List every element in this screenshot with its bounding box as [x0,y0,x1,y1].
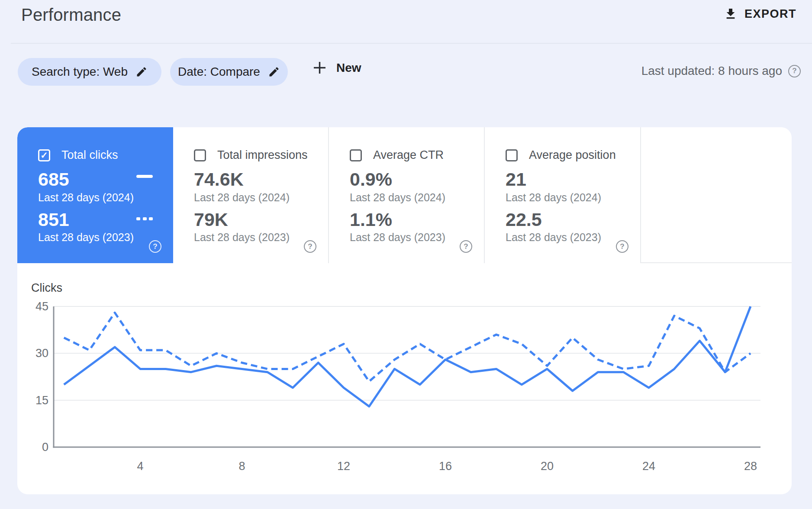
metric-value-2023: 1.1% [350,209,392,230]
metric-card-label: Average CTR [373,148,444,162]
metric-cards-row: ✓ Total clicks 685 Last 28 days (2024) 8… [17,127,792,263]
search-type-chip[interactable]: Search type: Web [18,58,161,86]
metric-value-2023: 851 [38,209,69,230]
last-updated: Last updated: 8 hours ago ? [641,64,801,78]
metric-card-average-ctr[interactable]: Average CTR 0.9% Last 28 days (2024) 1.1… [329,127,485,263]
plus-icon [313,61,327,75]
metric-value-2023: 79K [194,209,228,230]
metric-period-2024: Last 28 days (2024) [194,191,290,204]
performance-page: Performance EXPORT Search type: Web Date… [0,0,812,509]
metric-card-average-position[interactable]: Average position 21 Last 28 days (2024) … [485,127,641,263]
date-compare-chip-label: Date: Compare [178,65,260,79]
metric-period-2023: Last 28 days (2023) [506,231,601,244]
checkbox-total-clicks[interactable]: ✓ [38,149,50,161]
report-panel: ✓ Total clicks 685 Last 28 days (2024) 8… [17,127,792,494]
last-updated-text: Last updated: 8 hours ago [641,64,782,78]
metric-period-2024: Last 28 days (2024) [506,191,601,204]
search-type-chip-label: Search type: Web [32,65,128,79]
help-icon[interactable]: ? [460,240,472,253]
page-title: Performance [21,5,121,25]
chart-axis-title: Clicks [31,281,62,295]
metric-card-label: Total impressions [217,148,308,162]
metric-period-2023: Last 28 days (2023) [194,231,290,244]
help-icon[interactable]: ? [616,240,628,253]
help-icon[interactable]: ? [788,65,801,77]
metric-value-2024: 74.6K [194,169,244,190]
edit-pencil-icon [135,66,148,78]
metric-period-2024: Last 28 days (2024) [38,191,134,204]
checkbox-total-impressions[interactable] [194,149,206,161]
export-button[interactable]: EXPORT [724,7,796,21]
download-icon [724,7,738,21]
edit-pencil-icon [268,66,280,78]
metric-card-label: Total clicks [61,148,118,162]
metric-value-2024: 21 [506,169,526,190]
metric-period-2023: Last 28 days (2023) [38,231,134,244]
metric-card-total-impressions[interactable]: Total impressions 74.6K Last 28 days (20… [173,127,329,263]
help-icon[interactable]: ? [149,240,161,253]
metric-card-label: Average position [529,148,616,162]
new-filter-button[interactable]: New [313,61,361,75]
metric-period-2023: Last 28 days (2023) [350,231,445,244]
metric-value-2024: 685 [38,169,69,190]
checkbox-average-position[interactable] [506,149,518,161]
metric-card-total-clicks[interactable]: ✓ Total clicks 685 Last 28 days (2024) 8… [17,127,173,263]
header-divider [11,43,812,44]
checkbox-average-ctr[interactable] [350,149,362,161]
metric-value-2023: 22.5 [506,209,542,230]
new-filter-label: New [336,61,361,75]
date-compare-chip[interactable]: Date: Compare [170,58,288,86]
legend-solid-mark [136,175,153,178]
metric-period-2024: Last 28 days (2024) [350,191,445,204]
export-button-label: EXPORT [744,7,796,21]
legend-dashed-mark [136,217,153,220]
help-icon[interactable]: ? [304,240,316,253]
metric-value-2024: 0.9% [350,169,392,190]
